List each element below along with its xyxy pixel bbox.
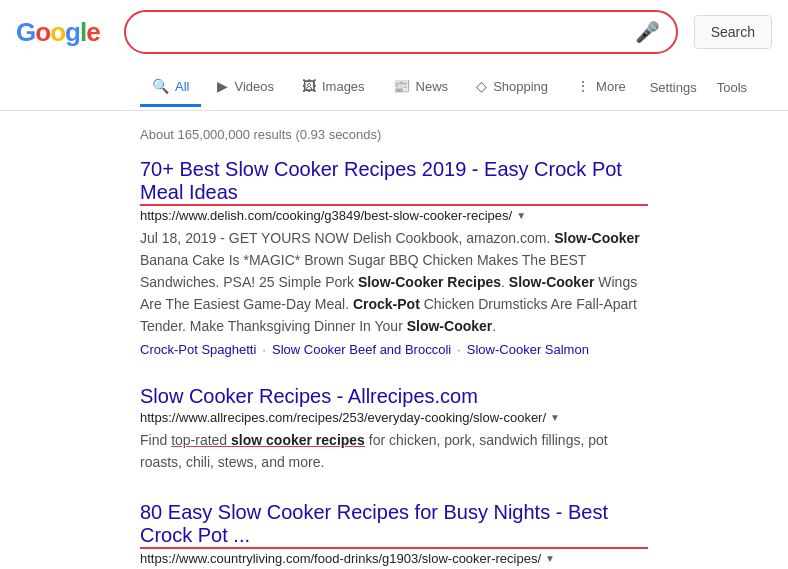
settings-link[interactable]: Settings	[642, 70, 705, 105]
result-3-title[interactable]: 80 Easy Slow Cooker Recipes for Busy Nig…	[140, 501, 648, 549]
tab-images-label: Images	[322, 79, 365, 94]
videos-icon: ▶	[217, 78, 228, 94]
result-2-title[interactable]: Slow Cooker Recipes - Allrecipes.com	[140, 385, 648, 408]
header: Google slow cooker recipes 🎤 Search 🔍 Al…	[0, 0, 788, 111]
result-1-url[interactable]: https://www.delish.com/cooking/g3849/bes…	[140, 208, 512, 223]
mic-icon[interactable]: 🎤	[635, 20, 660, 44]
results-count: About 165,000,000 results (0.93 seconds)	[140, 119, 648, 158]
result-3: 80 Easy Slow Cooker Recipes for Busy Nig…	[140, 501, 648, 569]
result-2-snippet: Find top-rated slow cooker recipes for c…	[140, 429, 648, 473]
nav-tabs: 🔍 All ▶ Videos 🖼 Images 📰 News ◇ Shoppin…	[0, 64, 788, 111]
tab-news-label: News	[416, 79, 449, 94]
all-icon: 🔍	[152, 78, 169, 94]
sitelink-slow-cooker-salmon[interactable]: Slow-Cooker Salmon	[467, 342, 589, 357]
results-area: About 165,000,000 results (0.93 seconds)…	[0, 111, 788, 569]
news-icon: 📰	[393, 78, 410, 94]
search-bar: slow cooker recipes 🎤	[124, 10, 678, 54]
result-2-caret[interactable]: ▼	[550, 412, 560, 423]
tab-shopping-label: Shopping	[493, 79, 548, 94]
sitelink-crock-pot-spaghetti[interactable]: Crock-Pot Spaghetti	[140, 342, 256, 357]
search-button[interactable]: Search	[694, 15, 772, 49]
tab-images[interactable]: 🖼 Images	[290, 68, 377, 107]
tab-more[interactable]: ⋮ More	[564, 68, 638, 107]
result-2-url-row: https://www.allrecipes.com/recipes/253/e…	[140, 410, 648, 425]
result-1-sitelinks: Crock-Pot Spaghetti · Slow Cooker Beef a…	[140, 342, 648, 357]
result-1-url-row: https://www.delish.com/cooking/g3849/bes…	[140, 208, 648, 223]
result-1-caret[interactable]: ▼	[516, 210, 526, 221]
result-1-title[interactable]: 70+ Best Slow Cooker Recipes 2019 - Easy…	[140, 158, 648, 206]
google-logo[interactable]: Google	[16, 17, 108, 48]
search-input[interactable]: slow cooker recipes	[142, 23, 627, 41]
result-3-caret[interactable]: ▼	[545, 553, 555, 564]
result-3-url-row: https://www.countryliving.com/food-drink…	[140, 551, 648, 566]
result-1: 70+ Best Slow Cooker Recipes 2019 - Easy…	[140, 158, 648, 357]
result-2: Slow Cooker Recipes - Allrecipes.com htt…	[140, 385, 648, 473]
result-1-date: Jul 18, 2019	[140, 230, 216, 246]
tab-videos[interactable]: ▶ Videos	[205, 68, 286, 107]
snippet-2-underline: top-rated slow cooker recipes	[171, 432, 365, 448]
result-1-snippet: Jul 18, 2019 - GET YOURS NOW Delish Cook…	[140, 227, 648, 338]
result-2-url[interactable]: https://www.allrecipes.com/recipes/253/e…	[140, 410, 546, 425]
sitelink-slow-cooker-beef-broccoli[interactable]: Slow Cooker Beef and Broccoli	[272, 342, 451, 357]
tab-more-label: More	[596, 79, 626, 94]
tab-all-label: All	[175, 79, 189, 94]
tab-shopping[interactable]: ◇ Shopping	[464, 68, 560, 107]
tab-videos-label: Videos	[234, 79, 274, 94]
tab-all[interactable]: 🔍 All	[140, 68, 201, 107]
nav-tools: Settings Tools	[642, 70, 755, 105]
more-icon: ⋮	[576, 78, 590, 94]
images-icon: 🖼	[302, 78, 316, 94]
tab-news[interactable]: 📰 News	[381, 68, 461, 107]
shopping-icon: ◇	[476, 78, 487, 94]
tools-link[interactable]: Tools	[709, 70, 755, 105]
result-3-url[interactable]: https://www.countryliving.com/food-drink…	[140, 551, 541, 566]
